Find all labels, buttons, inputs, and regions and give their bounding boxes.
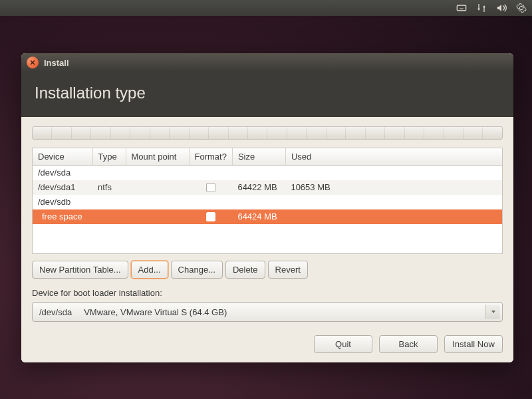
change-button[interactable]: Change...	[171, 261, 223, 279]
chevron-down-icon	[485, 305, 500, 319]
back-button[interactable]: Back	[379, 335, 438, 353]
window-title: Install	[44, 58, 69, 68]
format-checkbox[interactable]	[206, 183, 215, 192]
gear-icon[interactable]	[516, 3, 527, 13]
col-format[interactable]: Format?	[189, 148, 232, 166]
svg-rect-0	[457, 5, 466, 11]
col-mount[interactable]: Mount point	[126, 148, 189, 166]
bootloader-desc: VMware, VMware Virtual S (64.4 GB)	[84, 307, 227, 317]
table-row[interactable]: /dev/sda	[33, 166, 502, 180]
quit-button[interactable]: Quit	[314, 335, 372, 353]
table-row[interactable]: /dev/sda1 ntfs 64422 MB 10653 MB	[33, 180, 502, 195]
partition-button-row: New Partition Table... Add... Change... …	[32, 261, 503, 279]
col-used[interactable]: Used	[285, 148, 502, 166]
header-section: Installation type	[21, 72, 513, 117]
bootloader-dropdown[interactable]: /dev/sda VMware, VMware Virtual S (64.4 …	[32, 302, 503, 322]
network-icon[interactable]	[476, 3, 487, 13]
table-row[interactable]: free space 64424 MB	[33, 209, 502, 224]
delete-button[interactable]: Delete	[225, 261, 265, 279]
col-size[interactable]: Size	[232, 148, 285, 166]
close-button[interactable]	[27, 57, 39, 68]
cell-device: /dev/sda	[33, 166, 92, 180]
cell-device: /dev/sdb	[33, 195, 92, 209]
format-checkbox[interactable]	[206, 212, 215, 221]
table-row[interactable]: /dev/sdb	[33, 195, 502, 209]
bootloader-label: Device for boot loader installation:	[32, 288, 503, 298]
content-area: Device Type Mount point Format? Size Use…	[21, 117, 513, 362]
revert-button[interactable]: Revert	[268, 261, 308, 279]
col-type[interactable]: Type	[92, 148, 126, 166]
install-window: Install Installation type Device Type Mo…	[21, 53, 513, 362]
top-panel	[0, 0, 532, 16]
partition-bar	[32, 126, 503, 140]
volume-icon[interactable]	[496, 3, 507, 13]
cell-type: ntfs	[92, 180, 126, 195]
add-button[interactable]: Add...	[131, 261, 168, 279]
install-now-button[interactable]: Install Now	[444, 335, 503, 353]
new-partition-table-button[interactable]: New Partition Table...	[32, 261, 128, 279]
titlebar: Install	[21, 53, 513, 72]
partition-table: Device Type Mount point Format? Size Use…	[33, 148, 502, 224]
cell-size: 64422 MB	[232, 180, 285, 195]
col-device[interactable]: Device	[33, 148, 92, 166]
bootloader-device: /dev/sda	[39, 307, 72, 317]
cell-device: free space	[33, 209, 92, 224]
cell-device: /dev/sda1	[33, 180, 92, 195]
page-title: Installation type	[35, 84, 500, 102]
footer-buttons: Quit Back Install Now	[32, 335, 503, 353]
cell-size: 64424 MB	[232, 209, 285, 224]
partition-table-wrap: Device Type Mount point Format? Size Use…	[32, 148, 503, 254]
keyboard-icon[interactable]	[456, 3, 467, 13]
cell-used: 10653 MB	[285, 180, 502, 195]
